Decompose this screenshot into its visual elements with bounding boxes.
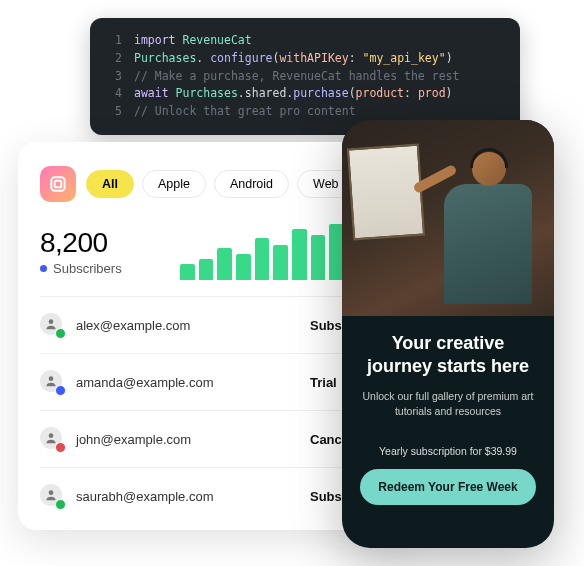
chart-bar xyxy=(217,248,232,280)
line-number: 3 xyxy=(104,68,122,86)
headphones-icon xyxy=(470,148,508,168)
code-line: 4await Purchases.shared.purchase(product… xyxy=(104,85,502,103)
svg-point-3 xyxy=(49,376,54,381)
tab-apple[interactable]: Apple xyxy=(142,170,206,198)
code-line: 2Purchases. configure(withAPIKey: "my_ap… xyxy=(104,50,502,68)
subscriber-email: amanda@example.com xyxy=(76,375,298,390)
svg-point-5 xyxy=(49,490,54,495)
kpi-label: Subscribers xyxy=(40,261,122,276)
phone-preview: Your creative journey starts here Unlock… xyxy=(342,120,554,548)
code-line: 5// Unlock that great pro content xyxy=(104,103,502,121)
svg-rect-1 xyxy=(55,181,62,188)
platform-tabs: AllAppleAndroidWeb xyxy=(86,170,355,198)
svg-point-2 xyxy=(49,319,54,324)
chart-bar xyxy=(236,254,251,280)
line-number: 2 xyxy=(104,50,122,68)
tab-all[interactable]: All xyxy=(86,170,134,198)
paywall-price: Yearly subscription for $39.99 xyxy=(379,445,517,457)
status-badge-icon xyxy=(55,385,66,396)
avatar xyxy=(40,427,64,451)
kpi-value: 8,200 xyxy=(40,227,122,259)
code-line: 1import RevenueCat xyxy=(104,32,502,50)
status-badge-icon xyxy=(55,442,66,453)
subscriber-email: saurabh@example.com xyxy=(76,489,298,504)
kpi-info: 8,200 Subscribers xyxy=(40,227,122,276)
status-badge-icon xyxy=(55,499,66,510)
painter-body-icon xyxy=(444,184,532,304)
avatar xyxy=(40,313,64,337)
app-icon xyxy=(40,166,76,202)
line-number: 5 xyxy=(104,103,122,121)
paywall-subtitle: Unlock our full gallery of premium art t… xyxy=(360,389,536,419)
redeem-button[interactable]: Redeem Your Free Week xyxy=(360,469,536,505)
code-content: Purchases. configure(withAPIKey: "my_api… xyxy=(134,50,453,68)
subscriber-email: john@example.com xyxy=(76,432,298,447)
svg-rect-0 xyxy=(51,177,64,190)
code-content: await Purchases.shared.purchase(product:… xyxy=(134,85,453,103)
avatar xyxy=(40,484,64,508)
paywall-content: Your creative journey starts here Unlock… xyxy=(342,316,554,548)
code-content: // Make a purchase, RevenueCat handles t… xyxy=(134,68,459,86)
chart-bar xyxy=(311,235,326,280)
line-number: 1 xyxy=(104,32,122,50)
avatar xyxy=(40,370,64,394)
painting-canvas-icon xyxy=(347,144,425,241)
code-line: 3// Make a purchase, RevenueCat handles … xyxy=(104,68,502,86)
paywall-title: Your creative journey starts here xyxy=(360,332,536,379)
tab-android[interactable]: Android xyxy=(214,170,289,198)
code-content: // Unlock that great pro content xyxy=(134,103,356,121)
chart-bar xyxy=(273,245,288,280)
status-badge-icon xyxy=(55,328,66,339)
kpi-label-text: Subscribers xyxy=(53,261,122,276)
subscriber-email: alex@example.com xyxy=(76,318,298,333)
code-editor: 1import RevenueCat2Purchases. configure(… xyxy=(90,18,520,135)
chart-bar xyxy=(255,238,270,280)
svg-point-4 xyxy=(49,433,54,438)
chart-bar xyxy=(199,259,214,280)
series-dot-icon xyxy=(40,265,47,272)
chart-bar xyxy=(180,264,195,280)
code-content: import RevenueCat xyxy=(134,32,252,50)
chart-bar xyxy=(292,229,307,280)
phone-hero-image xyxy=(342,120,554,316)
line-number: 4 xyxy=(104,85,122,103)
